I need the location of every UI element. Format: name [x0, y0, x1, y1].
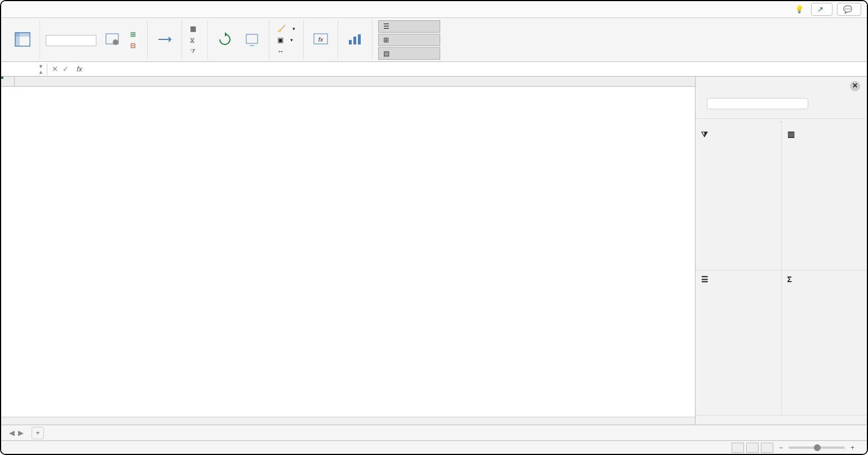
field-settings-icon: [103, 30, 121, 48]
field-list-toggle[interactable]: ☰: [378, 20, 440, 33]
refresh-button[interactable]: [214, 29, 236, 51]
pm-icon: ⊞: [383, 36, 389, 44]
filters-area[interactable]: ⧩: [696, 125, 781, 270]
bulb-icon: 💡: [795, 5, 804, 14]
svg-rect-10: [358, 34, 361, 44]
clear-button[interactable]: 🧹 ▾: [275, 24, 298, 34]
fx-label[interactable]: fx: [73, 65, 86, 73]
svg-rect-8: [349, 40, 352, 44]
timeline-icon: ⧖: [190, 36, 194, 44]
formula-bar: ▼▲ ✕ ✓ fx: [1, 62, 867, 77]
columns-icon: ▥: [787, 130, 795, 139]
svg-rect-5: [246, 34, 258, 43]
change-source-button[interactable]: [241, 29, 263, 51]
chevron-down-icon: ▼▲: [38, 64, 43, 75]
pivot-chart-button[interactable]: [344, 29, 366, 51]
fields-items-button[interactable]: fx: [309, 29, 332, 51]
active-field-input[interactable]: [46, 35, 96, 46]
values-area[interactable]: Σ: [782, 270, 867, 415]
ribbon: ⊞ ⊟ ▦ ⧖: [1, 18, 867, 62]
select-all-corner[interactable]: [1, 77, 15, 87]
share-button[interactable]: ↗: [811, 3, 832, 16]
columns-area[interactable]: ▥: [782, 125, 867, 270]
sigma-icon: Σ: [787, 275, 792, 284]
headers-icon: ▤: [383, 50, 389, 57]
spreadsheet-grid[interactable]: [1, 77, 695, 425]
add-sheet-button[interactable]: +: [32, 427, 44, 439]
field-search-input[interactable]: [707, 98, 808, 109]
expand-icon: ⊞: [130, 30, 136, 38]
fx-icon: fx: [312, 30, 330, 48]
comments-button[interactable]: 💬: [837, 3, 861, 16]
chevron-down-icon: ▾: [293, 26, 295, 32]
share-icon: ↗: [817, 5, 823, 14]
select-icon: ▣: [277, 36, 284, 44]
group-selection-button[interactable]: [153, 29, 176, 51]
ribbon-tabs: 💡 ↗ 💬: [1, 1, 867, 18]
column-headers: [15, 77, 695, 87]
field-settings-button[interactable]: [101, 29, 123, 51]
filter-connections-button: ⧩: [188, 46, 202, 56]
sheet-tabs-bar: ◀ ▶ +: [1, 425, 867, 440]
clear-icon: 🧹: [277, 25, 286, 33]
comment-icon: 💬: [843, 5, 852, 14]
zoom-in-button[interactable]: +: [851, 444, 854, 452]
next-sheet-icon[interactable]: ▶: [18, 429, 24, 437]
name-box[interactable]: ▼▲: [1, 64, 47, 75]
chart-icon: [346, 30, 364, 48]
status-bar: − +: [1, 440, 867, 454]
rows-area[interactable]: ☰: [696, 270, 781, 415]
refresh-icon: [216, 30, 234, 48]
move-pivot-button[interactable]: ↔: [275, 46, 298, 56]
rows-icon: ☰: [701, 275, 708, 284]
svg-rect-2: [15, 33, 20, 46]
accept-icon[interactable]: ✓: [63, 65, 69, 73]
select-button[interactable]: ▣ ▾: [275, 35, 298, 45]
list-icon: ☰: [383, 23, 389, 30]
close-icon[interactable]: ✕: [850, 81, 860, 91]
group-icon: [156, 30, 174, 48]
move-icon: ↔: [277, 47, 284, 55]
slicer-icon: ▦: [190, 25, 196, 33]
page-break-view-button[interactable]: [761, 443, 773, 453]
horizontal-scrollbar[interactable]: [1, 417, 695, 425]
zoom-out-button[interactable]: −: [779, 444, 783, 452]
cancel-icon[interactable]: ✕: [52, 65, 58, 73]
pm-buttons-toggle[interactable]: ⊞: [378, 34, 440, 46]
filter-conn-icon: ⧩: [190, 47, 196, 55]
insert-slicer-button[interactable]: ▦: [188, 24, 202, 34]
tell-me[interactable]: 💡: [795, 5, 807, 14]
source-icon: [243, 30, 261, 48]
svg-rect-9: [353, 37, 356, 44]
pivot-field-pane: ✕ 🔍 • ⧩ ▥ ☰ Σ: [695, 77, 867, 425]
field-headers-toggle[interactable]: ▤: [378, 47, 440, 60]
svg-text:fx: fx: [318, 36, 324, 43]
pivot-table-icon: [14, 30, 32, 48]
normal-view-button[interactable]: [732, 443, 744, 453]
pivot-table-button[interactable]: [11, 29, 34, 51]
funnel-icon: ⧩: [701, 130, 708, 139]
chevron-down-icon: ▾: [290, 37, 293, 43]
collapse-field-button[interactable]: ⊟: [128, 41, 141, 51]
expand-field-button[interactable]: ⊞: [128, 29, 141, 39]
zoom-slider[interactable]: [789, 447, 845, 449]
page-layout-view-button[interactable]: [746, 443, 759, 453]
field-pane-footer: [696, 415, 867, 425]
svg-point-4: [113, 39, 118, 45]
collapse-icon: ⊟: [130, 42, 136, 50]
insert-timeline-button[interactable]: ⧖: [188, 35, 202, 45]
prev-sheet-icon[interactable]: ◀: [9, 429, 15, 437]
